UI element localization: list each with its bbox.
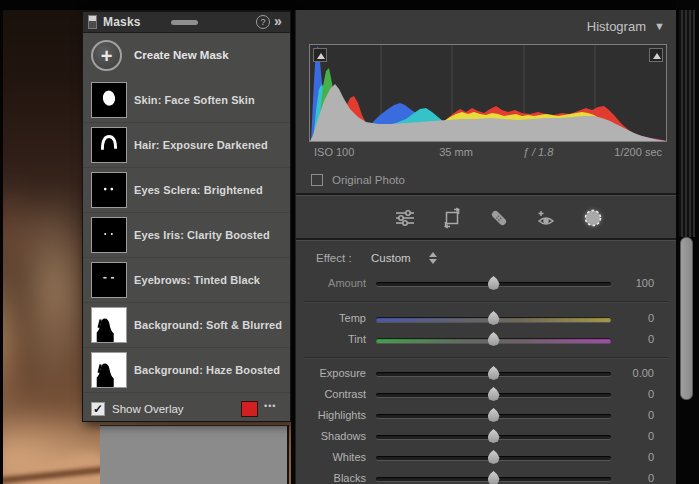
highlights-slider[interactable] [376, 414, 611, 418]
hair-mask-icon [92, 128, 126, 162]
histogram-panel-header[interactable]: Histogram ▼ [296, 10, 676, 42]
mask-item-eyebrows[interactable]: Eyebrows: Tinted Black [83, 258, 290, 303]
mask-thumbnail [91, 352, 127, 388]
slider-value[interactable]: 0 [596, 409, 654, 421]
shadow-clipping-indicator[interactable] [313, 48, 327, 62]
slider-value[interactable]: 0 [596, 451, 654, 463]
mask-label: Skin: Face Soften Skin [134, 94, 255, 106]
dropdown-arrows-icon[interactable] [429, 251, 438, 265]
background-mask-icon [92, 353, 126, 387]
red-eye-icon[interactable] [535, 207, 557, 229]
eyes-mask-icon [92, 173, 126, 207]
mask-thumbnail [91, 172, 127, 208]
show-overlay-checkbox[interactable]: ✓ [91, 402, 105, 416]
contrast-slider[interactable] [376, 393, 611, 397]
crop-rotate-icon[interactable] [441, 207, 463, 229]
mask-thumbnail [91, 82, 127, 118]
panel-placeholder-area [100, 425, 289, 484]
slider-value[interactable]: 100 [596, 277, 654, 289]
slider-value[interactable]: 0.00 [596, 367, 654, 379]
clipping-triangle-icon [317, 53, 325, 59]
slider-row-shadows: Shadows 0 [296, 427, 676, 447]
tint-slider[interactable] [376, 338, 611, 343]
create-new-mask-button[interactable]: + Create New Mask [83, 34, 290, 78]
exposure-slider[interactable] [376, 372, 611, 376]
scrollbar-thumb[interactable] [680, 237, 693, 400]
slider-value[interactable]: 0 [596, 388, 654, 400]
masks-panel-header[interactable]: Masks ? » [83, 12, 290, 33]
slider-handle[interactable] [488, 471, 500, 484]
mask-label: Background: Soft & Blurred [134, 319, 282, 331]
slider-row-blacks: Blacks 0 [296, 469, 676, 484]
slider-handle[interactable] [488, 332, 500, 346]
shutter-speed-value: 1/200 sec [614, 146, 662, 158]
help-icon[interactable]: ? [256, 15, 270, 29]
temp-slider[interactable] [376, 317, 611, 322]
blacks-slider[interactable] [376, 477, 611, 481]
slider-handle[interactable] [488, 366, 500, 380]
histogram-title: Histogram [587, 19, 646, 34]
slider-row-exposure: Exposure 0.00 [296, 364, 676, 384]
overlay-options-menu[interactable]: ••• [264, 401, 276, 411]
masking-icon[interactable] [582, 207, 604, 229]
edit-adjustments-icon[interactable] [394, 207, 416, 229]
slider-label: Exposure [296, 367, 366, 379]
show-overlay-row: ✓ Show Overlay ••• [83, 399, 290, 422]
amount-slider[interactable] [376, 282, 611, 286]
slider-label: Temp [296, 312, 366, 324]
mask-item-skin[interactable]: Skin: Face Soften Skin [83, 78, 290, 123]
mask-item-eyes-iris[interactable]: Eyes Iris: Clarity Boosted [83, 213, 290, 258]
mask-item-eyes-sclera[interactable]: Eyes Sclera: Brightened [83, 168, 290, 213]
slider-handle[interactable] [488, 387, 500, 401]
disclosure-triangle-icon[interactable]: ▼ [654, 20, 665, 32]
panel-toggle-icon[interactable] [88, 15, 97, 29]
mask-label: Background: Haze Boosted [134, 364, 280, 376]
mask-label: Hair: Exposure Darkened [134, 139, 268, 151]
collapse-panel-icon[interactable]: » [274, 13, 282, 29]
slider-label: Highlights [296, 409, 366, 421]
slider-handle[interactable] [488, 450, 500, 464]
background-mask-icon [92, 308, 126, 342]
original-photo-checkbox[interactable] [311, 174, 323, 186]
aperture-value: ƒ / 1.8 [508, 146, 568, 158]
effect-label: Effect : [316, 252, 352, 264]
slider-handle[interactable] [488, 408, 500, 422]
slider-label: Amount [296, 277, 366, 289]
slider-handle[interactable] [488, 429, 500, 443]
histogram-display[interactable] [309, 44, 667, 142]
mask-thumbnail [91, 217, 127, 253]
mask-item-hair[interactable]: Hair: Exposure Darkened [83, 123, 290, 168]
face-mask-icon [92, 83, 126, 117]
drag-handle[interactable] [171, 20, 198, 25]
masks-panel: Masks ? » + Create New Mask Skin: Face S… [82, 11, 291, 422]
iso-value: ISO 100 [314, 146, 354, 158]
slider-row-contrast: Contrast 0 [296, 385, 676, 405]
masks-panel-title: Masks [103, 15, 141, 29]
shadows-slider[interactable] [376, 435, 611, 439]
plus-icon: + [91, 40, 122, 71]
original-photo-row: Original Photo [296, 170, 676, 193]
healing-brush-icon[interactable] [488, 207, 510, 229]
slider-handle[interactable] [488, 276, 500, 290]
mask-item-background-haze[interactable]: Background: Haze Boosted [83, 348, 290, 393]
section-divider [296, 238, 676, 241]
slider-row-temp: Temp 0 [296, 309, 676, 329]
scrollbar-track[interactable] [679, 10, 695, 237]
whites-slider[interactable] [376, 456, 611, 460]
highlight-clipping-indicator[interactable] [649, 48, 663, 62]
slider-value[interactable]: 0 [596, 472, 654, 484]
slider-handle[interactable] [488, 311, 500, 325]
window-top-bar [0, 0, 699, 10]
slider-row-amount: Amount 100 [296, 274, 676, 294]
mask-label: Eyes Iris: Clarity Boosted [134, 229, 270, 241]
slider-value[interactable]: 0 [596, 430, 654, 442]
exif-info-row: ISO 100 35 mm ƒ / 1.8 1/200 sec [296, 146, 676, 166]
overlay-color-swatch[interactable] [241, 401, 258, 417]
slider-row-whites: Whites 0 [296, 448, 676, 468]
slider-value[interactable]: 0 [596, 312, 654, 324]
slider-value[interactable]: 0 [596, 333, 654, 345]
mask-label: Eyebrows: Tinted Black [134, 274, 260, 286]
mask-item-background-blur[interactable]: Background: Soft & Blurred [83, 303, 290, 348]
effect-dropdown[interactable]: Custom [371, 252, 411, 264]
slider-label: Contrast [296, 388, 366, 400]
